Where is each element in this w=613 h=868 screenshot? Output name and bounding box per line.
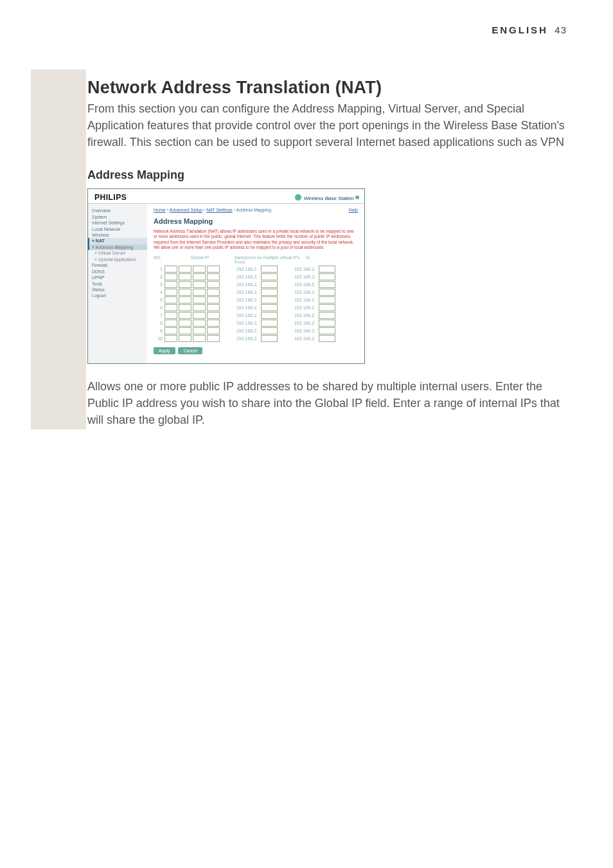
global-ip-octet[interactable] <box>207 273 220 280</box>
global-ip-octet[interactable] <box>179 281 191 288</box>
to-octet[interactable] <box>319 304 335 311</box>
section-heading: Address Mapping <box>87 168 567 182</box>
from-octet[interactable] <box>261 335 278 342</box>
global-ip-octet[interactable] <box>164 304 177 311</box>
to-octet[interactable] <box>319 281 335 288</box>
sidebar-item[interactable]: Status <box>92 287 147 293</box>
global-ip-octet[interactable] <box>207 296 220 303</box>
row-number: 8 <box>154 321 163 325</box>
global-ip-octet[interactable] <box>179 320 191 327</box>
sidebar-item[interactable]: Overview <box>92 208 147 213</box>
to-octet[interactable] <box>319 327 335 334</box>
to-octet[interactable] <box>319 335 335 342</box>
screenshot-address-mapping: PHILIPS Wireless Base Station OverviewSy… <box>87 188 365 364</box>
global-ip-octet[interactable] <box>179 289 191 296</box>
global-ip-octet[interactable] <box>207 281 220 288</box>
global-ip-octet[interactable] <box>164 266 177 273</box>
from-octet[interactable] <box>261 320 278 327</box>
global-ip-octet[interactable] <box>179 273 191 280</box>
from-octet[interactable] <box>261 281 278 288</box>
row-number: 7 <box>154 313 163 318</box>
col-no: NO. <box>154 255 165 264</box>
to-prefix: 192.168.2. <box>280 290 317 294</box>
global-ip-octet[interactable] <box>193 304 206 311</box>
sidebar-item[interactable]: Internet Settings <box>92 220 147 226</box>
global-ip-octet[interactable] <box>193 273 206 280</box>
sidebar-item[interactable]: UPNP <box>92 275 147 280</box>
global-ip-octet[interactable] <box>193 320 206 327</box>
global-ip-octet[interactable] <box>179 312 191 319</box>
to-prefix: 192.168.2. <box>280 305 317 310</box>
global-ip-octet[interactable] <box>207 304 220 311</box>
global-ip-octet[interactable] <box>193 327 206 334</box>
global-ip-octet[interactable] <box>164 273 177 280</box>
to-prefix: 192.168.2. <box>280 321 317 325</box>
from-octet[interactable] <box>261 266 278 273</box>
sidebar-item[interactable]: » NAT <box>88 238 147 244</box>
cancel-button[interactable]: Cancel <box>178 347 202 354</box>
crumb-current: Address Mapping <box>236 208 271 212</box>
page-number: 43 <box>555 24 567 35</box>
global-ip-octet[interactable] <box>164 335 177 342</box>
global-ip-octet[interactable] <box>179 327 191 334</box>
panel-title: Address Mapping <box>154 217 358 225</box>
from-octet[interactable] <box>261 304 278 311</box>
to-octet[interactable] <box>319 289 335 296</box>
global-ip-octet[interactable] <box>164 296 177 303</box>
global-ip-octet[interactable] <box>179 304 191 311</box>
global-ip-octet[interactable] <box>193 296 206 303</box>
from-prefix: 192.168.2. <box>222 305 259 310</box>
global-ip-octet[interactable] <box>164 312 177 319</box>
global-ip-octet[interactable] <box>164 281 177 288</box>
global-ip-octet[interactable] <box>193 335 206 342</box>
sidebar-item[interactable]: » Special Application <box>92 257 147 262</box>
sidebar-item[interactable]: Wireless <box>92 232 147 238</box>
to-octet[interactable] <box>319 312 335 319</box>
to-octet[interactable] <box>319 266 335 273</box>
to-octet[interactable] <box>319 320 335 327</box>
sidebar-item[interactable]: » Virtual Server <box>92 250 147 256</box>
from-prefix: 192.168.2. <box>222 298 259 302</box>
sidebar-item[interactable]: Logout <box>92 293 147 298</box>
global-ip-octet[interactable] <box>193 289 206 296</box>
from-octet[interactable] <box>261 289 278 296</box>
sidebar-item[interactable]: » Address Mapping <box>88 244 147 250</box>
sidebar-item[interactable]: Tools <box>92 281 147 287</box>
global-ip-octet[interactable] <box>207 327 220 334</box>
global-ip-octet[interactable] <box>179 266 191 273</box>
global-ip-octet[interactable] <box>207 312 220 319</box>
breadcrumb: Home › Advanced Setup › NAT Settings › A… <box>154 208 358 212</box>
from-prefix: 192.168.2. <box>222 290 259 294</box>
sidebar-item[interactable]: Firewall <box>92 262 147 268</box>
help-link[interactable]: Help <box>349 208 358 212</box>
page-title: Network Address Translation (NAT) <box>87 78 567 98</box>
global-ip-octet[interactable] <box>164 327 177 334</box>
apply-button[interactable]: Apply <box>154 347 175 354</box>
to-octet[interactable] <box>319 273 335 280</box>
crumb-advanced[interactable]: Advanced Setup <box>170 208 202 212</box>
crumb-home[interactable]: Home <box>154 208 166 212</box>
global-ip-octet[interactable] <box>193 266 206 273</box>
global-ip-octet[interactable] <box>193 281 206 288</box>
global-ip-octet[interactable] <box>193 312 206 319</box>
sidebar-item[interactable]: System <box>92 214 147 220</box>
global-ip-octet[interactable] <box>179 296 191 303</box>
global-ip-octet[interactable] <box>207 320 220 327</box>
global-ip-octet[interactable] <box>207 289 220 296</box>
global-ip-octet[interactable] <box>207 266 220 273</box>
global-ip-octet[interactable] <box>207 335 220 342</box>
from-octet[interactable] <box>261 273 278 280</box>
to-prefix: 192.168.2. <box>280 313 317 318</box>
to-prefix: 192.168.2. <box>280 275 317 279</box>
to-octet[interactable] <box>319 296 335 303</box>
crumb-nat[interactable]: NAT Settings <box>206 208 233 212</box>
from-octet[interactable] <box>261 296 278 303</box>
from-octet[interactable] <box>261 312 278 319</box>
sidebar-item[interactable]: DDNS <box>92 269 147 275</box>
from-prefix: 192.168.2. <box>222 336 259 341</box>
sidebar-item[interactable]: Local Network <box>92 226 147 232</box>
global-ip-octet[interactable] <box>164 320 177 327</box>
global-ip-octet[interactable] <box>164 289 177 296</box>
global-ip-octet[interactable] <box>179 335 191 342</box>
from-octet[interactable] <box>261 327 278 334</box>
